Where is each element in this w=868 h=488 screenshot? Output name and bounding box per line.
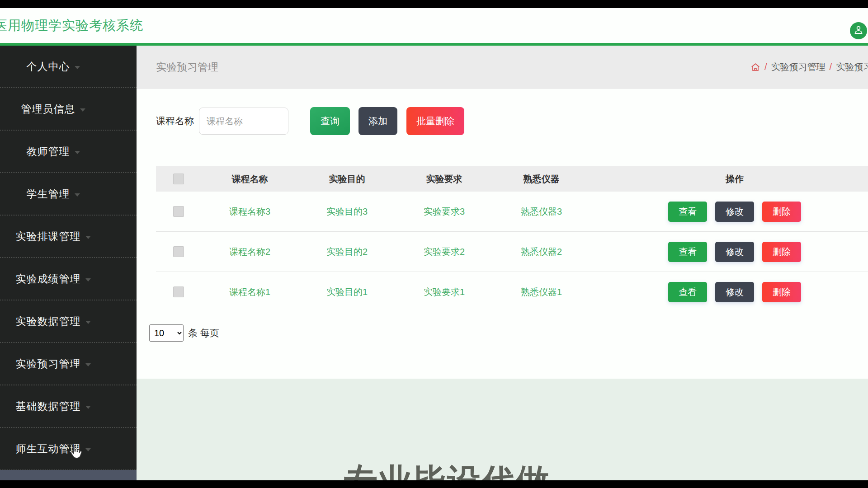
chevron-down-icon: [85, 278, 91, 282]
sidebar-item-basic-data-mgmt[interactable]: 基础数据管理: [0, 385, 137, 428]
sidebar-scroll-strip[interactable]: [0, 470, 137, 480]
avatar[interactable]: [850, 22, 867, 39]
chevron-down-icon: [85, 321, 91, 324]
sidebar-item-label: 教师管理: [27, 145, 70, 159]
cell-requirement: 实验要求2: [396, 246, 493, 258]
chevron-down-icon: [75, 193, 80, 197]
cell-instrument: 熟悉仪器1: [493, 286, 590, 298]
app-title: 医用物理学实验考核系统: [0, 17, 143, 35]
cell-requirement: 实验要求3: [396, 206, 493, 218]
sidebar-item-student-mgmt[interactable]: 学生管理: [0, 173, 137, 216]
chevron-down-icon: [75, 151, 80, 154]
page-title-bar: 实验预习管理 / 实验预习管理 / 实验预习列表: [137, 46, 868, 89]
cell-instrument: 熟悉仪器3: [493, 206, 590, 218]
column-header-requirement: 实验要求: [396, 173, 493, 185]
chevron-down-icon: [85, 363, 91, 366]
view-button[interactable]: 查看: [668, 242, 707, 262]
edit-button[interactable]: 修改: [715, 282, 754, 302]
page-title: 实验预习管理: [156, 60, 218, 74]
batch-delete-button[interactable]: 批量删除: [406, 107, 464, 135]
cell-course: 课程名称2: [201, 246, 298, 258]
search-row: 课程名称 查询 添加 批量删除: [156, 107, 464, 135]
row-checkbox[interactable]: [173, 286, 184, 297]
view-button[interactable]: 查看: [668, 202, 707, 222]
cell-purpose: 实验目的2: [298, 246, 396, 258]
column-header-instrument: 熟悉仪器: [493, 173, 590, 185]
sidebar-item-experiment-preview-mgmt[interactable]: 实验预习管理: [0, 343, 137, 385]
delete-button[interactable]: 删除: [762, 202, 801, 222]
chevron-down-icon: [85, 448, 91, 451]
sidebar-item-experiment-score-mgmt[interactable]: 实验成绩管理: [0, 258, 137, 300]
app-header: 医用物理学实验考核系统: [0, 8, 868, 43]
chevron-down-icon: [85, 406, 91, 409]
select-all-checkbox[interactable]: [173, 174, 184, 184]
mouse-cursor-hand-icon: [67, 444, 83, 462]
cell-course: 课程名称1: [201, 286, 298, 298]
sidebar-item-label: 实验数据管理: [16, 314, 81, 328]
pagination: 10 条 每页: [149, 324, 219, 342]
chevron-down-icon: [85, 236, 91, 239]
sidebar-item-label: 基础数据管理: [16, 399, 81, 413]
cell-course: 课程名称3: [201, 206, 298, 218]
column-header-actions: 操作: [590, 173, 868, 185]
row-checkbox[interactable]: [173, 246, 184, 257]
cell-instrument: 熟悉仪器2: [493, 246, 590, 258]
column-header-course: 课程名称: [201, 173, 298, 185]
sidebar-item-teacher-mgmt[interactable]: 教师管理: [0, 131, 137, 173]
sidebar-item-personal-center[interactable]: 个人中心: [0, 46, 137, 88]
table-row: 课程名称3 实验目的3 实验要求3 熟悉仪器3 查看 修改 删除: [156, 192, 868, 232]
bottom-letterbox-bar: [0, 480, 868, 488]
edit-button[interactable]: 修改: [715, 242, 754, 262]
table-row: 课程名称1 实验目的1 实验要求1 熟悉仪器1 查看 修改 删除: [156, 272, 868, 312]
sidebar-item-label: 管理员信息: [21, 102, 75, 116]
data-table: 课程名称 实验目的 实验要求 熟悉仪器 操作 课程名称3 实验目的3 实验要求3…: [156, 166, 868, 312]
page-size-select[interactable]: 10: [149, 324, 184, 342]
cell-requirement: 实验要求1: [396, 286, 493, 298]
breadcrumb-separator: /: [764, 62, 767, 72]
query-button[interactable]: 查询: [310, 107, 350, 135]
content-panel: 课程名称 查询 添加 批量删除 课程名称 实验目的 实验要求 熟悉仪器 操作 课…: [137, 89, 868, 379]
sidebar-item-label: 实验成绩管理: [16, 272, 81, 286]
chevron-down-icon: [75, 66, 80, 69]
sidebar-item-label: 实验排课管理: [16, 230, 81, 244]
page-size-suffix: 条 每页: [188, 327, 219, 339]
breadcrumb-item[interactable]: 实验预习管理: [771, 61, 826, 73]
cell-purpose: 实验目的1: [298, 286, 396, 298]
course-name-input[interactable]: [199, 108, 288, 135]
view-button[interactable]: 查看: [668, 282, 707, 302]
add-button[interactable]: 添加: [359, 107, 397, 135]
breadcrumb: / 实验预习管理 / 实验预习列表: [750, 61, 868, 73]
search-label: 课程名称: [156, 115, 194, 127]
edit-button[interactable]: 修改: [715, 202, 754, 222]
table-header-row: 课程名称 实验目的 实验要求 熟悉仪器 操作: [156, 166, 868, 192]
sidebar-item-label: 实验预习管理: [16, 357, 81, 371]
delete-button[interactable]: 删除: [762, 282, 801, 302]
table-row: 课程名称2 实验目的2 实验要求2 熟悉仪器2 查看 修改 删除: [156, 232, 868, 272]
sidebar-item-label: 学生管理: [27, 187, 70, 201]
chevron-down-icon: [80, 108, 85, 112]
sidebar-item-experiment-schedule-mgmt[interactable]: 实验排课管理: [0, 216, 137, 258]
top-letterbox-bar: [0, 0, 868, 8]
footer-area: 专业毕设代做: [137, 379, 868, 481]
home-icon[interactable]: [750, 62, 760, 72]
breadcrumb-item[interactable]: 实验预习列表: [836, 61, 868, 73]
column-header-purpose: 实验目的: [298, 173, 396, 185]
row-checkbox[interactable]: [173, 206, 184, 217]
delete-button[interactable]: 删除: [762, 242, 801, 262]
main-area: 实验预习管理 / 实验预习管理 / 实验预习列表 课程名称 查询 添加 批量删除: [137, 46, 868, 480]
breadcrumb-separator: /: [830, 62, 832, 72]
sidebar-item-label: 个人中心: [27, 60, 70, 74]
user-icon: [853, 24, 864, 37]
cell-purpose: 实验目的3: [298, 206, 396, 218]
sidebar-item-experiment-data-mgmt[interactable]: 实验数据管理: [0, 300, 137, 343]
sidebar: 个人中心 管理员信息 教师管理 学生管理 实验排课管理 实验成绩管理 实验数据管…: [0, 46, 137, 470]
sidebar-item-admin-info[interactable]: 管理员信息: [0, 88, 137, 131]
